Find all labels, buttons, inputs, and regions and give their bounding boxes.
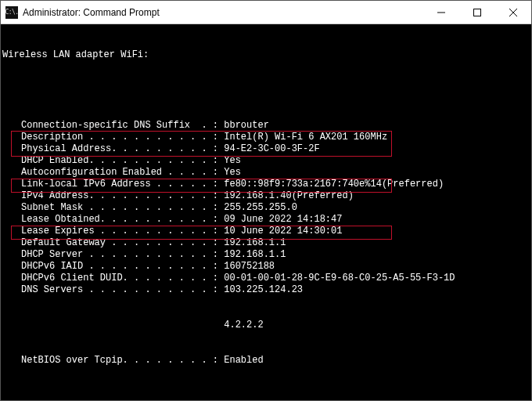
config-line: IPv4 Address. . . . . . . . . . . : 192.…: [2, 190, 531, 202]
titlebar[interactable]: C:\. Administrator: Command Prompt: [1, 1, 531, 24]
minimize-button[interactable]: [423, 1, 459, 23]
svg-rect-1: [474, 9, 481, 16]
section-header: Wireless LAN adapter WiFi:: [2, 49, 531, 61]
config-line: DHCP Server . . . . . . . . . . . : 192.…: [2, 249, 531, 261]
config-line: Description . . . . . . . . . . . : Inte…: [2, 132, 531, 143]
command-prompt-window: C:\. Administrator: Command Prompt Wirel…: [0, 0, 532, 401]
cmd-icon: C:\.: [5, 6, 18, 19]
window-title: Administrator: Command Prompt: [23, 7, 423, 18]
config-line: Autoconfiguration Enabled . . . . : Yes: [2, 167, 531, 179]
config-line: Default Gateway . . . . . . . . . : 192.…: [2, 237, 531, 249]
config-line: Link-local IPv6 Address . . . . . : fe80…: [2, 179, 531, 190]
config-line: Physical Address. . . . . . . . . : 94-E…: [2, 143, 531, 155]
config-line: Lease Obtained. . . . . . . . . . : 09 J…: [2, 214, 531, 226]
close-button[interactable]: [495, 1, 531, 23]
config-line: Lease Expires . . . . . . . . . . : 10 J…: [2, 226, 531, 237]
config-line: DHCPv6 Client DUID. . . . . . . . : 00-0…: [2, 273, 531, 284]
config-line: DHCPv6 IAID . . . . . . . . . . . : 1607…: [2, 261, 531, 273]
terminal-output[interactable]: Wireless LAN adapter WiFi: Connection-sp…: [1, 24, 531, 400]
config-line: DHCP Enabled. . . . . . . . . . . : Yes: [2, 155, 531, 167]
netbios-line: NetBIOS over Tcpip. . . . . . . . : Enab…: [2, 355, 531, 367]
config-line: Connection-specific DNS Suffix . : bbrou…: [2, 120, 531, 132]
dns-extra-line: 4.2.2.2: [2, 320, 531, 331]
config-line: DNS Servers . . . . . . . . . . . : 103.…: [2, 284, 531, 296]
maximize-button[interactable]: [459, 1, 495, 23]
wifi-adapter-block: Connection-specific DNS Suffix . : bbrou…: [2, 120, 531, 296]
config-line: Subnet Mask . . . . . . . . . . . : 255.…: [2, 202, 531, 214]
